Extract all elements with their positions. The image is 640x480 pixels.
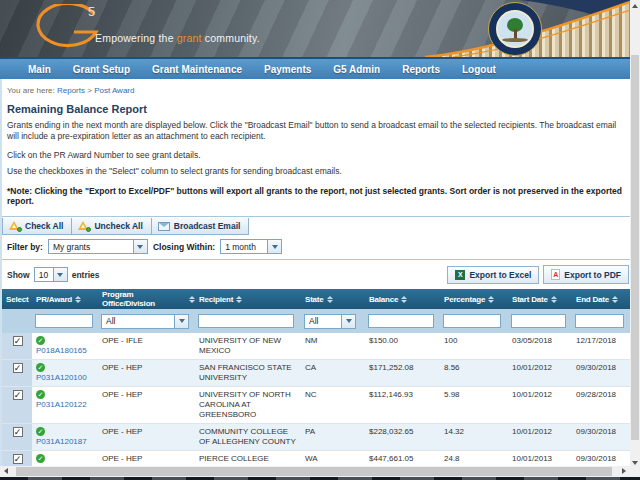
broadcast-email-button[interactable]: Broadcast Email: [152, 218, 250, 235]
percentage-cell-value: 8.56: [444, 363, 460, 372]
department-of-education-seal: [488, 2, 542, 56]
horizontal-scrollbar[interactable]: [0, 466, 630, 477]
nav-item-reports[interactable]: Reports: [402, 64, 440, 75]
col-header-start-date[interactable]: Start Date: [508, 289, 572, 309]
row-select-checkbox[interactable]: ✓: [13, 336, 23, 346]
pr-award-link[interactable]: P018A180165: [36, 346, 87, 355]
pr-award-link[interactable]: P031A120122: [36, 400, 87, 409]
horizontal-scrollbar-thumb[interactable]: [16, 467, 612, 476]
end-date-cell: 09/30/2018: [572, 451, 629, 466]
col-header-label: Balance: [369, 295, 398, 304]
balance-filter-input[interactable]: [368, 314, 434, 328]
percentage-filter-input[interactable]: [443, 314, 501, 328]
nav-item-grant-maintenance[interactable]: Grant Maintenance: [152, 64, 242, 75]
program-cell: OPE - HEP: [98, 387, 195, 423]
col-header-end-date[interactable]: End Date: [572, 289, 629, 309]
program-cell-value: OPE - HEP: [102, 363, 142, 372]
sort-icon[interactable]: [612, 296, 618, 303]
chevron-down-icon[interactable]: [133, 240, 147, 253]
recipient-cell: SAN FRANCISCO STATE UNIVERSITY: [195, 360, 301, 386]
balance-cell: $112,146.93: [365, 387, 440, 423]
vertical-scrollbar[interactable]: [630, 0, 640, 477]
nav-item-payments[interactable]: Payments: [264, 64, 311, 75]
sort-icon[interactable]: [551, 296, 557, 303]
nav-item-grant-setup[interactable]: Grant Setup: [73, 64, 130, 75]
col-header-percentage[interactable]: Percentage: [440, 289, 508, 309]
recipient-filter-input[interactable]: [198, 314, 294, 328]
nav-item-g5-admin[interactable]: G5 Admin: [333, 64, 380, 75]
sort-icon[interactable]: [75, 296, 81, 303]
scroll-up-arrow-icon[interactable]: [632, 4, 638, 8]
scroll-right-arrow-icon[interactable]: [622, 468, 626, 474]
scroll-down-arrow-icon[interactable]: [632, 461, 638, 465]
recipient-cell: UNIVERSITY OF NORTH CAROLINA AT GREENSBO…: [195, 387, 301, 423]
closing-within-select[interactable]: 1 month: [220, 239, 282, 254]
breadcrumb-link-reports[interactable]: Reports: [57, 86, 85, 95]
program-cell: OPE - HEP: [98, 424, 195, 450]
col-header-pr-award[interactable]: PR/Award: [32, 289, 98, 309]
row-select-checkbox[interactable]: ✓: [13, 390, 23, 400]
banner: 5 Empowering the grant community.: [0, 0, 630, 57]
chevron-down-icon[interactable]: [267, 240, 281, 253]
show-entries-select[interactable]: 10: [34, 267, 68, 282]
filter-by-label: Filter by:: [7, 242, 43, 252]
row-select-checkbox[interactable]: ✓: [13, 363, 23, 373]
row-select-checkbox[interactable]: ✓: [13, 454, 23, 464]
breadcrumb: You are here: Reports > Post Award: [7, 86, 630, 95]
filter-bar: Filter by: My grants Closing Within: 1 m…: [2, 235, 630, 260]
sort-icon[interactable]: [401, 296, 407, 303]
percentage-cell: 8.56: [440, 360, 508, 386]
percentage-cell-value: 24.8: [444, 454, 460, 463]
filter-cell-6: [440, 314, 508, 328]
sort-icon[interactable]: [488, 296, 494, 303]
col-header-program-office-division[interactable]: Program Office/Division: [98, 289, 195, 309]
col-header-recipient[interactable]: Recipient: [195, 289, 301, 309]
nav-item-logout[interactable]: Logout: [462, 64, 496, 75]
percentage-cell-value: 100: [444, 336, 457, 345]
col-header-label: End Date: [576, 295, 609, 304]
broadcast-email-label: Broadcast Email: [174, 221, 241, 231]
filter-by-select[interactable]: My grants: [48, 239, 148, 254]
pr-award-link[interactable]: P031A120100: [36, 373, 87, 382]
start-date-filter-input[interactable]: [511, 314, 566, 328]
breadcrumb-prefix: You are here:: [7, 86, 55, 95]
breadcrumb-link-post-award[interactable]: Post Award: [94, 86, 134, 95]
scroll-left-arrow-icon[interactable]: [4, 468, 8, 474]
end-date-filter-input[interactable]: [575, 314, 624, 328]
uncheck-all-button[interactable]: Uncheck All: [72, 218, 151, 235]
check-all-button[interactable]: Check All: [2, 218, 72, 235]
pr-award-link[interactable]: P031A120187: [36, 437, 87, 446]
end-date-cell: 12/17/2018: [572, 333, 629, 359]
recipient-cell: UNIVERSITY OF NEW MEXICO: [195, 333, 301, 359]
export-to-excel-button[interactable]: X Export to Excel: [447, 266, 539, 284]
row-select-checkbox[interactable]: ✓: [13, 427, 23, 437]
col-header-balance[interactable]: Balance: [365, 289, 440, 309]
program-cell-value: OPE - HEP: [102, 454, 142, 463]
balance-cell: $447,661.05: [365, 451, 440, 466]
chevron-down-icon[interactable]: [53, 268, 67, 281]
status-ok-icon: ✓: [36, 336, 45, 345]
col-header-label: Recipient: [199, 295, 233, 304]
export-to-pdf-button[interactable]: A Export to PDF: [543, 265, 629, 284]
sort-icon[interactable]: [236, 296, 242, 303]
nav-item-main[interactable]: Main: [28, 64, 51, 75]
chevron-down-icon[interactable]: [341, 315, 355, 328]
state-filter-select[interactable]: All: [304, 314, 356, 329]
end-date-cell-value: 09/30/2018: [576, 454, 616, 463]
sort-icon[interactable]: [327, 296, 333, 303]
program-filter-select[interactable]: All: [101, 314, 189, 329]
chevron-down-icon[interactable]: [174, 315, 188, 328]
percentage-cell: 14.32: [440, 424, 508, 450]
col-header-state[interactable]: State: [301, 289, 365, 309]
end-date-cell: 09/28/2018: [572, 387, 629, 423]
award-filter-input[interactable]: [35, 314, 93, 328]
percentage-cell-value: 14.32: [444, 427, 464, 436]
entries-label: entries: [72, 270, 100, 280]
table-body: ✓✓P018A180165OPE - IFLEUNIVERSITY OF NEW…: [2, 333, 630, 466]
table-filter-row: AllAll: [2, 309, 630, 333]
balance-cell-value: $150.00: [369, 336, 398, 345]
recipient-cell-value: PIERCE COLLEGE DISTRICT: [199, 454, 269, 466]
envelope-icon: [158, 222, 170, 231]
vertical-scrollbar-thumb[interactable]: [631, 55, 639, 440]
table-row: ✓✓P018A180165OPE - IFLEUNIVERSITY OF NEW…: [2, 333, 630, 360]
